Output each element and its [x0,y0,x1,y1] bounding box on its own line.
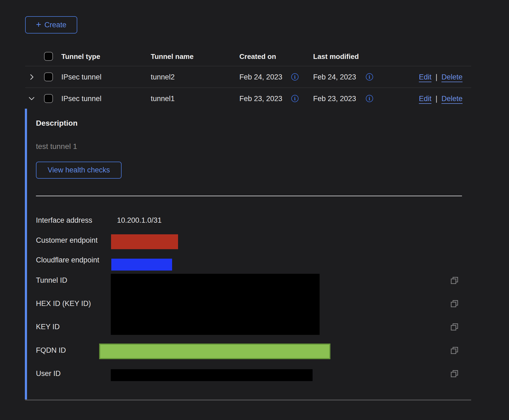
edit-link[interactable]: Edit [419,73,431,81]
delete-link[interactable]: Delete [441,73,463,81]
view-health-checks-button[interactable]: View health checks [36,162,122,179]
user-id-label: User ID [36,369,61,378]
table-bottom-border [25,399,471,401]
row-actions: Edit | Delete [419,73,463,81]
tunnels-page: + Create Tunnel type Tunnel name Created… [0,0,509,420]
tunnel-type-cell: IPsec tunnel [61,73,102,81]
fqdn-id-label: FQDN ID [36,346,66,355]
plus-icon: + [36,20,41,29]
tunnel-name-cell: tunnel1 [151,95,175,103]
key-id-label: KEY ID [36,323,60,331]
hex-id-label: HEX ID (KEY ID) [36,299,91,308]
created-on-cell: Feb 24, 2023 [239,73,282,81]
table-row: IPsec tunnel tunnel2 Feb 24, 2023 i Feb … [25,66,471,88]
copy-icon[interactable] [450,299,459,308]
panel-divider [36,196,462,196]
row-checkbox[interactable] [44,94,53,103]
header-tunnel-name: Tunnel name [151,52,193,61]
row-checkbox[interactable] [44,72,53,81]
info-icon[interactable]: i [291,95,299,102]
chevron-right-icon[interactable] [28,73,35,81]
fqdn-id-redacted-value [99,344,330,359]
copy-icon[interactable] [450,276,459,285]
header-tunnel-type: Tunnel type [61,52,100,61]
create-button-label: Create [45,21,66,29]
actions-separator: | [436,95,437,103]
create-button[interactable]: + Create [25,16,77,34]
actions-separator: | [436,73,437,81]
tunnel-id-redacted-value [111,274,320,335]
cloudflare-endpoint-redacted-value [111,259,172,271]
info-icon[interactable]: i [291,73,299,81]
info-icon[interactable]: i [366,73,373,81]
copy-icon[interactable] [450,323,459,331]
customer-endpoint-label: Customer endpoint [36,236,98,245]
copy-icon[interactable] [450,346,459,355]
row-actions: Edit | Delete [419,95,463,103]
cloudflare-endpoint-label: Cloudflare endpoint [36,256,99,264]
copy-icon[interactable] [450,369,459,378]
table-header-row: Tunnel type Tunnel name Created on Last … [25,47,471,66]
chevron-down-icon[interactable] [28,95,35,102]
customer-endpoint-redacted-value [111,234,178,249]
description-heading: Description [36,119,78,128]
select-all-checkbox[interactable] [44,52,53,61]
header-last-modified: Last modified [313,52,359,61]
last-modified-cell: Feb 24, 2023 [313,73,356,81]
interface-address-label: Interface address [36,216,92,225]
description-value: test tunnel 1 [36,142,77,151]
info-icon[interactable]: i [366,95,373,102]
created-on-cell: Feb 23, 2023 [239,95,282,103]
user-id-redacted-value [111,369,313,381]
tunnel-type-cell: IPsec tunnel [61,95,102,103]
delete-link[interactable]: Delete [441,95,463,103]
interface-address-value: 10.200.1.0/31 [117,216,162,225]
edit-link[interactable]: Edit [419,95,431,103]
tunnel-id-label: Tunnel ID [36,276,67,285]
header-created-on: Created on [239,52,276,61]
expanded-row-accent-border [25,109,27,399]
table-row: IPsec tunnel tunnel1 Feb 23, 2023 i Feb … [25,88,471,109]
last-modified-cell: Feb 23, 2023 [313,95,356,103]
tunnel-name-cell: tunnel2 [151,73,175,81]
